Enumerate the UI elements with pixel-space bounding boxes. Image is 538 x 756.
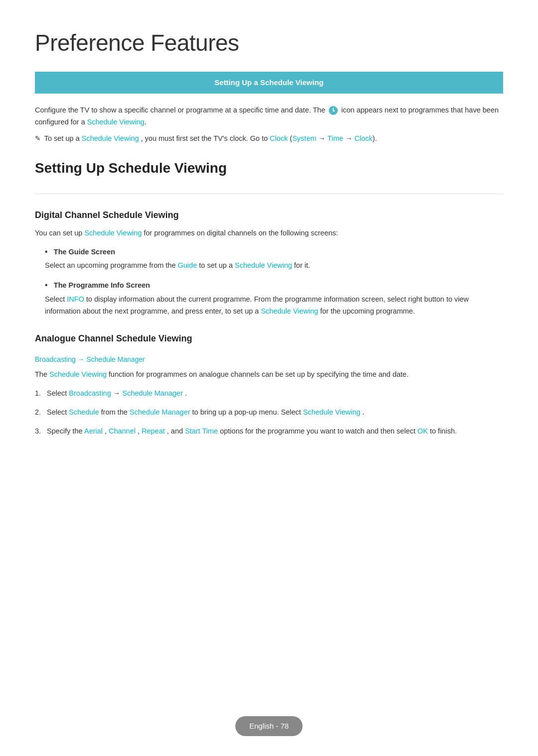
breadcrumb: Broadcasting → Schedule Manager [35,354,503,365]
note-time-link[interactable]: Time [327,134,343,142]
bullet1-schedule-link[interactable]: Schedule Viewing [235,261,292,269]
intro-text3: . [144,118,146,126]
step1-arrow: → [113,389,123,397]
note-system-link[interactable]: System [292,134,316,142]
step3-text4: , and [167,427,183,435]
step1-text1: Select [47,389,67,397]
breadcrumb-arrow: → [76,355,87,363]
analogue-intro: The Schedule Viewing function for progra… [35,369,503,381]
bullet1-text3: for it. [294,261,310,269]
note-text1: To set up a [44,134,80,142]
step2-schedman-link[interactable]: Schedule Manager [130,408,190,416]
intro-paragraph: Configure the TV to show a specific chan… [35,105,503,128]
digital-section-title: Digital Channel Schedule Viewing [35,208,503,222]
page-title: Preference Features [35,25,503,62]
step2-num: 2. [35,407,41,419]
step1-num: 1. [35,388,41,400]
step3-channel-link[interactable]: Channel [109,427,135,435]
bullet1-label: The Guide Screen [54,248,115,256]
analogue-intro-text2: function for programmes on analogue chan… [109,370,408,378]
bullet2-desc: Select INFO to display information about… [45,294,503,318]
step3-text6: to finish. [430,427,457,435]
bullet1-text2: to set up a [199,261,233,269]
bullet-guide-screen: The Guide Screen Select an upcoming prog… [35,245,503,272]
step1-text2: . [185,389,187,397]
step2-text2: from the [101,408,128,416]
step3-text5: options for the programme you want to wa… [220,427,415,435]
note-arrow2: → [343,134,355,142]
footer-bar: English - 78 [235,716,302,736]
step2-schedview-link[interactable]: Schedule Viewing [303,408,360,416]
step3-text2: , [105,427,107,435]
digital-intro: You can set up Schedule Viewing for prog… [35,227,503,239]
digital-intro-text2: for programmes on digital channels on th… [143,229,338,237]
main-section-title: Setting Up Schedule Viewing [35,157,503,180]
step3-text3: , [137,427,139,435]
bullet-programme-info: The Programme Info Screen Select INFO to… [35,279,503,317]
step3-text1: Specify the [47,427,83,435]
bullet2-info-link[interactable]: INFO [67,295,84,303]
note-icon: ✎ [35,134,41,142]
bullet1-text1: Select an upcoming programme from the [45,261,176,269]
bullet2-schedule-link[interactable]: Schedule Viewing [261,307,318,315]
step1-broadcasting-link[interactable]: Broadcasting [69,389,111,397]
bullet1-guide-link[interactable]: Guide [178,261,197,269]
step2-text4: . [362,408,364,416]
step2-schedule-link[interactable]: Schedule [69,408,99,416]
digital-intro-text1: You can set up [35,229,82,237]
step3-repeat-link[interactable]: Repeat [141,427,165,435]
note-clock2-link[interactable]: Clock [355,134,373,142]
intro-text1: Configure the TV to show a specific chan… [35,106,325,114]
step3-starttime-link[interactable]: Start Time [185,427,218,435]
bullet2-label: The Programme Info Screen [54,281,150,289]
section-divider [35,194,503,194]
step2-text3: to bring up a pop-up menu. Select [192,408,301,416]
step2-text1: Select [47,408,67,416]
step3-ok-link[interactable]: OK [417,427,428,435]
steps-list: 1. Select Broadcasting → Schedule Manage… [35,388,503,437]
analogue-intro-text1: The [35,370,47,378]
step-3: 3. Specify the Aerial , Channel , Repeat… [35,426,503,437]
note-text2: , you must first set the TV's clock. Go … [141,134,268,142]
breadcrumb-broadcasting[interactable]: Broadcasting [35,355,76,363]
breadcrumb-schedule-manager[interactable]: Schedule Manager [87,355,145,363]
analogue-section-title: Analogue Channel Schedule Viewing [35,331,503,346]
note-text4: ). [373,134,377,142]
note-clock-link[interactable]: Clock [270,134,288,142]
step3-aerial-link[interactable]: Aerial [84,427,103,435]
step1-schedman-link[interactable]: Schedule Manager [123,389,183,397]
step3-num: 3. [35,426,41,437]
digital-schedule-link[interactable]: Schedule Viewing [84,229,141,237]
clock-icon [329,106,338,115]
header-bar: Setting Up a Schedule Viewing [35,72,503,94]
step-1: 1. Select Broadcasting → Schedule Manage… [35,388,503,400]
analogue-schedule-link[interactable]: Schedule Viewing [49,370,107,378]
bullet2-text3: for the upcoming programme. [320,307,415,315]
step-2: 2. Select Schedule from the Schedule Man… [35,407,503,419]
note-arrow1: → [316,134,327,142]
bullet1-desc: Select an upcoming programme from the Gu… [45,260,503,272]
note-paragraph: ✎ To set up a Schedule Viewing , you mus… [35,133,503,145]
intro-schedule-link[interactable]: Schedule Viewing [87,118,144,126]
bullet2-text1: Select [45,295,65,303]
page-container: Preference Features Setting Up a Schedul… [0,0,538,484]
note-schedule-link[interactable]: Schedule Viewing [82,134,139,142]
